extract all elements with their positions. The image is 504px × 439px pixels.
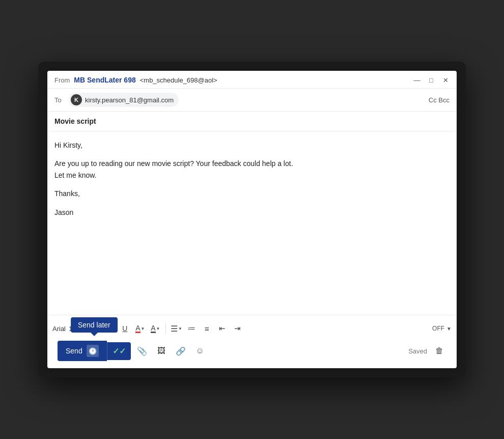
recipient-email: kirsty.pearson_81@gmail.com <box>85 96 174 104</box>
font-color-button[interactable]: A ▼ <box>133 321 147 336</box>
delete-button[interactable]: 🗑 <box>432 344 446 358</box>
from-label: From <box>54 76 70 84</box>
to-label: To <box>54 96 65 104</box>
compose-window: From MB SendLater 698 <mb_schedule_698@a… <box>47 71 457 368</box>
toolbar-area: Arial 10 ▼ B I U A ▼ A ▼ ☰ <box>47 315 457 368</box>
send-clock-icon[interactable]: 🕐 <box>87 345 99 357</box>
window-controls: — □ ✕ <box>413 76 450 84</box>
send-button-group: Send later Send 🕐 ✓✓ <box>58 341 131 361</box>
email-body[interactable]: Hi Kirsty, Are you up to reading our new… <box>47 131 457 315</box>
send-button[interactable]: Send 🕐 <box>58 341 107 361</box>
image-icon: 🖼 <box>157 346 165 355</box>
attachment-icon: 📎 <box>137 346 147 356</box>
align-button[interactable]: ☰ ▼ <box>169 321 183 336</box>
action-bar-right: Saved 🗑 <box>408 344 446 358</box>
title-bar: From MB SendLater 698 <mb_schedule_698@a… <box>47 71 457 89</box>
align-chevron-icon: ▼ <box>178 326 182 331</box>
off-label: OFF <box>432 325 444 332</box>
font-selector[interactable]: Arial <box>52 325 66 333</box>
attachment-button[interactable]: 📎 <box>134 343 150 359</box>
unordered-list-button[interactable]: ≡ <box>200 321 214 336</box>
underline-button[interactable]: U <box>118 321 132 336</box>
emoji-icon: ☺ <box>196 346 204 355</box>
off-chevron-icon: ▼ <box>446 326 452 332</box>
to-row: To K kirsty.pearson_81@gmail.com Cc Bcc <box>47 89 457 112</box>
toolbar-right: OFF ▼ <box>432 325 452 332</box>
send-check-button[interactable]: ✓✓ <box>107 342 131 360</box>
image-button[interactable]: 🖼 <box>153 343 170 359</box>
subject-text: Movie script <box>54 117 96 125</box>
sender-email: <mb_schedule_698@aol> <box>140 76 217 84</box>
body-greeting: Hi Kirsty, <box>54 140 450 151</box>
highlight-button[interactable]: A ▼ <box>148 321 162 336</box>
recipient-chip[interactable]: K kirsty.pearson_81@gmail.com <box>69 93 179 107</box>
from-section: From MB SendLater 698 <mb_schedule_698@a… <box>54 76 217 84</box>
body-signoff: Thanks, <box>54 188 450 199</box>
emoji-button[interactable]: ☺ <box>192 343 208 359</box>
window-shadow: From MB SendLater 698 <mb_schedule_698@a… <box>38 62 466 377</box>
recipient-avatar: K <box>71 94 82 105</box>
indent-increase-button[interactable]: ⇥ <box>230 321 244 336</box>
cc-bcc-button[interactable]: Cc Bcc <box>429 96 450 104</box>
toolbar-separator-1 <box>165 323 166 334</box>
minimize-button[interactable]: — <box>413 76 421 84</box>
body-paragraph1: Are you up to reading our new movie scri… <box>54 158 450 181</box>
action-bar: Send later Send 🕐 ✓✓ 📎 🖼 🔗 <box>52 338 452 366</box>
maximize-button[interactable]: □ <box>427 76 435 84</box>
send-later-tooltip: Send later <box>71 317 118 333</box>
sender-name: MB SendLater 698 <box>74 76 135 84</box>
checkmark-icon: ✓✓ <box>113 346 126 356</box>
saved-label: Saved <box>408 347 427 355</box>
font-color-chevron-icon: ▼ <box>141 326 145 331</box>
link-icon: 🔗 <box>176 346 186 356</box>
ordered-list-button[interactable]: ≔ <box>184 321 199 336</box>
indent-decrease-button[interactable]: ⇤ <box>215 321 229 336</box>
close-button[interactable]: ✕ <box>441 76 450 84</box>
body-signature: Jason <box>54 207 450 218</box>
trash-icon: 🗑 <box>435 346 443 355</box>
highlight-chevron-icon: ▼ <box>156 326 160 331</box>
link-button[interactable]: 🔗 <box>173 343 189 359</box>
subject-row: Movie script <box>47 112 457 131</box>
